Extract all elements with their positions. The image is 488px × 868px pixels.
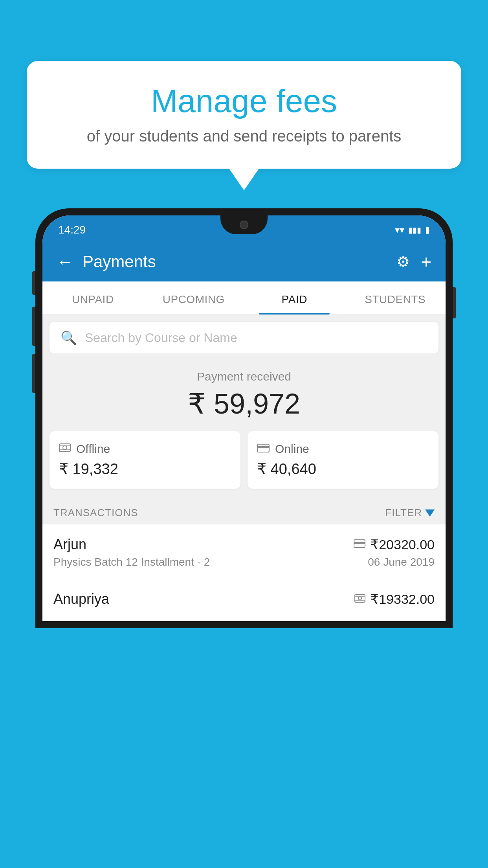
offline-card: Offline ₹ 19,332 [50, 431, 240, 489]
svg-point-1 [63, 446, 67, 450]
page-title: Payments [83, 252, 396, 271]
camera [240, 221, 248, 229]
transaction-top: Arjun ₹20320.00 [53, 536, 435, 553]
search-input[interactable]: Search by Course or Name [85, 331, 237, 345]
app-header: ← Payments ⚙ + [42, 242, 446, 281]
payment-received-section: Payment received ₹ 59,972 [42, 353, 446, 431]
filter-button[interactable]: FILTER [385, 507, 435, 519]
tab-students[interactable]: STUDENTS [345, 281, 446, 314]
transaction-amount-wrapper: ₹20320.00 [354, 537, 435, 552]
payment-type-icon [354, 593, 365, 605]
signal-icon: ▮▮▮ [408, 225, 421, 235]
status-time: 14:29 [58, 224, 86, 236]
settings-icon[interactable]: ⚙ [396, 253, 410, 270]
online-label: Online [275, 442, 309, 456]
transaction-amount: ₹19332.00 [370, 591, 435, 607]
transaction-amount: ₹20320.00 [370, 537, 435, 552]
transactions-header: TRANSACTIONS FILTER [42, 500, 446, 524]
filter-icon [425, 509, 435, 517]
online-card-header: Online [257, 442, 429, 456]
offline-card-header: Offline [59, 442, 231, 456]
offline-label: Offline [76, 442, 110, 456]
header-icons: ⚙ + [396, 251, 431, 272]
cash-icon [59, 442, 71, 456]
filter-label: FILTER [385, 507, 422, 519]
transaction-item[interactable]: Arjun ₹20320.00 [42, 524, 446, 579]
svg-rect-7 [354, 542, 365, 544]
transaction-item[interactable]: Anupriya ₹193 [42, 579, 446, 621]
phone-frame: 14:29 ▾▾ ▮▮▮ ▮ ← Payments ⚙ + [35, 208, 453, 868]
volume-up-button [32, 271, 35, 295]
battery-icon: ▮ [425, 225, 430, 235]
payment-cards: Offline ₹ 19,332 [42, 431, 446, 500]
wifi-icon: ▾▾ [395, 224, 404, 235]
svg-rect-0 [59, 444, 70, 452]
transaction-name: Arjun [53, 536, 86, 553]
bubble-pointer [229, 169, 259, 190]
notch [220, 215, 268, 234]
transaction-bottom: Physics Batch 12 Installment - 2 06 June… [53, 556, 435, 568]
tab-unpaid[interactable]: UNPAID [42, 281, 143, 314]
online-card: Online ₹ 40,640 [248, 431, 438, 489]
svg-rect-8 [355, 594, 365, 602]
speech-bubble: Manage fees of your students and send re… [27, 61, 461, 169]
transaction-date: 06 June 2019 [368, 556, 435, 568]
back-button[interactable]: ← [57, 252, 73, 271]
transaction-amount-wrapper: ₹19332.00 [354, 591, 435, 607]
payment-received-label: Payment received [50, 370, 438, 383]
tabs-bar: UNPAID UPCOMING PAID STUDENTS [42, 281, 446, 315]
transaction-name: Anupriya [53, 591, 109, 607]
card-icon [257, 442, 270, 456]
svg-point-9 [358, 597, 361, 600]
tab-paid[interactable]: PAID [244, 281, 345, 314]
bubble-subtitle: of your students and send receipts to pa… [50, 127, 438, 145]
volume-down-button [32, 307, 35, 346]
silent-button [32, 354, 35, 393]
transaction-detail: Physics Batch 12 Installment - 2 [53, 556, 210, 568]
speech-bubble-container: Manage fees of your students and send re… [27, 61, 461, 190]
status-icons: ▾▾ ▮▮▮ ▮ [395, 224, 430, 235]
payment-type-icon [354, 539, 365, 550]
bubble-title: Manage fees [50, 83, 438, 120]
transaction-top: Anupriya ₹193 [53, 591, 435, 607]
add-icon[interactable]: + [421, 251, 431, 272]
tab-upcoming[interactable]: UPCOMING [143, 281, 244, 314]
search-icon: 🔍 [61, 330, 77, 346]
search-container[interactable]: 🔍 Search by Course or Name [50, 322, 438, 353]
power-button [453, 287, 456, 318]
offline-amount: ₹ 19,332 [59, 460, 231, 478]
svg-rect-5 [257, 446, 269, 448]
transactions-label: TRANSACTIONS [53, 507, 138, 519]
online-amount: ₹ 40,640 [257, 460, 429, 478]
payment-received-amount: ₹ 59,972 [50, 387, 438, 420]
app-content: 🔍 Search by Course or Name Payment recei… [42, 322, 446, 621]
